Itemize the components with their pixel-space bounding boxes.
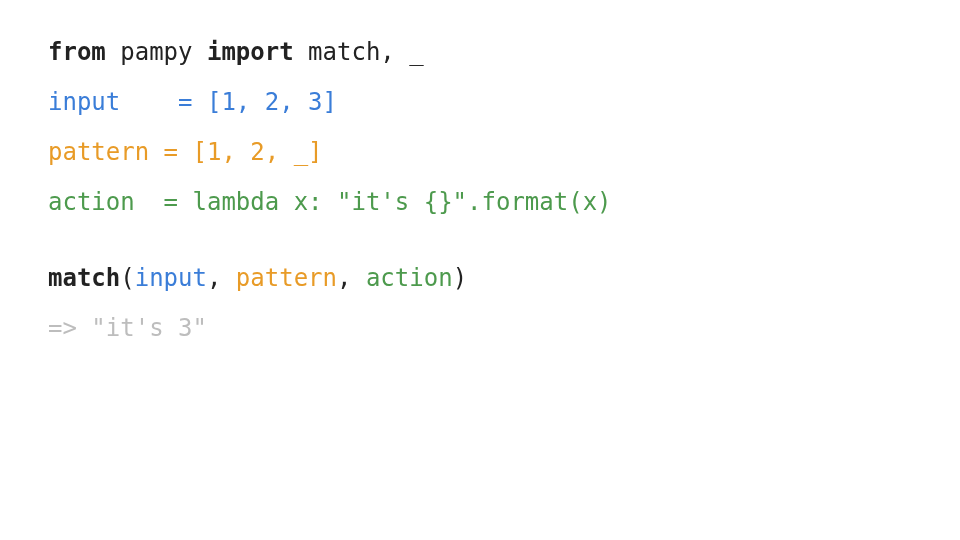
kw-import: import (207, 38, 294, 66)
code-line-output: => "it's 3" (48, 316, 912, 340)
arg-action: action (366, 264, 453, 292)
val-input: [1, 2, 3] (207, 88, 337, 116)
kw-from: from (48, 38, 106, 66)
code-line-input: input = [1, 2, 3] (48, 90, 912, 114)
sep1: , (207, 264, 236, 292)
val-action: lambda x: "it's {}".format(x) (193, 188, 612, 216)
code-line-import: from pampy import match, _ (48, 40, 912, 64)
var-action: action (48, 188, 135, 216)
val-pattern: [1, 2, _] (193, 138, 323, 166)
eq-pattern: = (164, 138, 193, 166)
code-line-action: action = lambda x: "it's {}".format(x) (48, 190, 912, 214)
var-input: input (48, 88, 120, 116)
arg-pattern: pattern (236, 264, 337, 292)
pad (120, 88, 163, 116)
eq-action: = (164, 188, 193, 216)
fn-match: match (48, 264, 120, 292)
import-names: match, _ (294, 38, 424, 66)
arg-input: input (135, 264, 207, 292)
paren-close: ) (453, 264, 467, 292)
module-name: pampy (106, 38, 207, 66)
code-line-call: match(input, pattern, action) (48, 266, 912, 290)
eq-input: = (164, 88, 207, 116)
sep2: , (337, 264, 366, 292)
pad (149, 138, 163, 166)
var-pattern: pattern (48, 138, 149, 166)
pad (135, 188, 164, 216)
blank-line (48, 240, 912, 266)
code-line-pattern: pattern = [1, 2, _] (48, 140, 912, 164)
paren-open: ( (120, 264, 134, 292)
